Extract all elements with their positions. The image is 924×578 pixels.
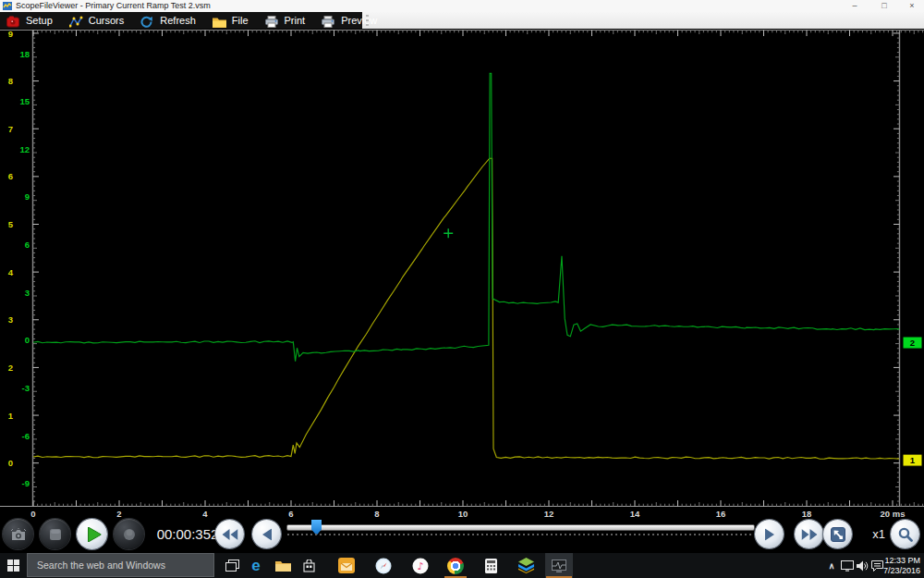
y-axis-yellow-label: 0	[8, 458, 13, 468]
x-axis-tick-label: 8	[374, 509, 379, 518]
store-icon[interactable]	[297, 553, 321, 578]
file-icon	[213, 15, 225, 27]
file-explorer-icon[interactable]	[271, 553, 295, 578]
record-button[interactable]	[114, 519, 144, 549]
scope-app-icon	[552, 560, 566, 572]
y-axis-green-label: -3	[22, 383, 30, 393]
y-axis-yellow-label: 9	[8, 29, 13, 39]
step-back-button[interactable]	[252, 520, 281, 548]
toolbar-strip: SetupCursorsRefreshFilePrintPreview	[0, 12, 362, 29]
x-axis-tick-label: 10	[458, 509, 468, 518]
start-button[interactable]	[0, 553, 26, 578]
folder-icon	[275, 560, 291, 572]
record-icon	[123, 528, 136, 541]
setup-icon	[6, 15, 19, 27]
edge-browser-icon[interactable]: e	[244, 553, 268, 578]
scope-display: 02468101214161820 ms98765432101815129630…	[0, 29, 924, 553]
toolbar-grip	[366, 15, 369, 26]
play-icon	[87, 527, 101, 542]
scope-app-taskbar-button[interactable]	[545, 553, 573, 578]
transport-bar: 00:00:352	[0, 518, 924, 553]
itunes-icon[interactable]: ♪	[408, 553, 432, 578]
svg-text:♪: ♪	[417, 560, 423, 572]
position-slider-track[interactable]	[286, 524, 755, 531]
minimize-icon[interactable]: –	[843, 0, 867, 11]
x-axis-tick-label: 14	[630, 509, 640, 518]
calculator-icon[interactable]	[479, 553, 503, 578]
tray-clock[interactable]: 12:33 PM 7/23/2016	[883, 556, 920, 575]
toolbar: SetupCursorsRefreshFilePrintPreview	[0, 12, 924, 30]
tray-date: 7/23/2016	[883, 566, 920, 576]
cursors-icon	[69, 15, 82, 27]
y-axis-green-label: 0	[25, 335, 30, 345]
close-icon[interactable]: ×	[900, 0, 924, 11]
preview-button[interactable]: Preview	[315, 12, 385, 29]
step-back-icon	[262, 528, 272, 540]
search-input[interactable]: Search the web and Windows	[27, 553, 214, 577]
export-icon	[831, 527, 845, 542]
maximize-icon[interactable]: □	[872, 0, 896, 11]
music-note-icon: ♪	[412, 558, 429, 574]
mail-icon	[338, 558, 355, 573]
x-axis-tick-label: 0	[30, 509, 35, 518]
toolbar-button-label: Preview	[341, 15, 377, 26]
rewind-button[interactable]	[215, 520, 244, 548]
x-axis-tick-label: 4	[202, 509, 208, 518]
mail-app-icon[interactable]	[334, 553, 359, 578]
window-title: ScopeFileViewer - Primary Current Ramp T…	[16, 1, 211, 10]
fast-forward-icon	[801, 529, 817, 540]
stop-button[interactable]	[40, 519, 70, 549]
y-axis-green-label: 6	[25, 240, 30, 250]
camera-icon	[10, 528, 27, 541]
zoom-factor-label: x1	[867, 527, 891, 541]
calculator-glyph	[485, 559, 497, 573]
magnifier-icon	[898, 527, 913, 542]
app-icon	[3, 2, 12, 10]
tray-chevron-icon[interactable]: ∧	[825, 553, 838, 578]
compass-app-icon[interactable]	[371, 553, 395, 578]
toolbar-button-label: Cursors	[89, 15, 125, 26]
title-bar: ScopeFileViewer - Primary Current Ramp T…	[0, 0, 924, 12]
fast-forward-button[interactable]	[795, 520, 823, 548]
y-axis-yellow-label: 7	[8, 124, 13, 134]
x-axis-tick-label: 18	[802, 509, 812, 518]
snapshot-button[interactable]	[3, 519, 33, 549]
y-axis-green-label: 12	[19, 144, 30, 154]
measurement-cursor-icon[interactable]	[444, 228, 453, 238]
task-view-icon	[225, 560, 239, 572]
refresh-button[interactable]: Refresh	[134, 12, 204, 29]
y-axis-yellow-label: 1	[8, 411, 14, 421]
tray-volume-icon[interactable]	[855, 553, 870, 578]
bluestacks-icon[interactable]	[514, 553, 538, 578]
x-axis-tick-label: 2	[116, 509, 121, 518]
file-button[interactable]: File	[206, 12, 257, 29]
preview-icon	[322, 15, 334, 27]
shopping-bag-icon	[303, 560, 315, 572]
toolbar-button-label: Setup	[26, 15, 53, 26]
print-button[interactable]: Print	[259, 12, 314, 29]
chrome-icon[interactable]	[444, 553, 468, 578]
channel-badge-label: 2	[910, 338, 915, 348]
export-button[interactable]	[823, 520, 852, 548]
stop-icon	[49, 528, 62, 541]
channel-badge-label: 1	[910, 455, 916, 465]
cursors-button[interactable]: Cursors	[63, 12, 133, 29]
taskbar: Search the web and Windows e	[0, 553, 924, 578]
y-axis-yellow-label: 5	[8, 219, 14, 229]
compass-icon	[375, 558, 392, 574]
chrome-logo	[447, 558, 464, 574]
y-axis-yellow-label: 4	[8, 267, 14, 277]
scope-plot[interactable]: 02468101214161820 ms98765432101815129630…	[0, 29, 924, 518]
y-axis-green-label: -9	[22, 478, 30, 488]
tray-time: 12:33 PM	[883, 556, 920, 566]
task-view-button[interactable]	[220, 553, 244, 578]
x-axis-tick-label: 20 ms	[881, 509, 906, 518]
zoom-button[interactable]	[891, 520, 919, 548]
setup-button[interactable]: Setup	[0, 12, 61, 29]
step-forward-button[interactable]	[755, 520, 784, 548]
x-axis-tick-label: 6	[288, 509, 293, 518]
toolbar-button-label: File	[232, 15, 249, 26]
play-button[interactable]	[77, 519, 107, 549]
tray-display-icon[interactable]	[839, 553, 855, 578]
y-axis-yellow-label: 3	[8, 314, 13, 325]
